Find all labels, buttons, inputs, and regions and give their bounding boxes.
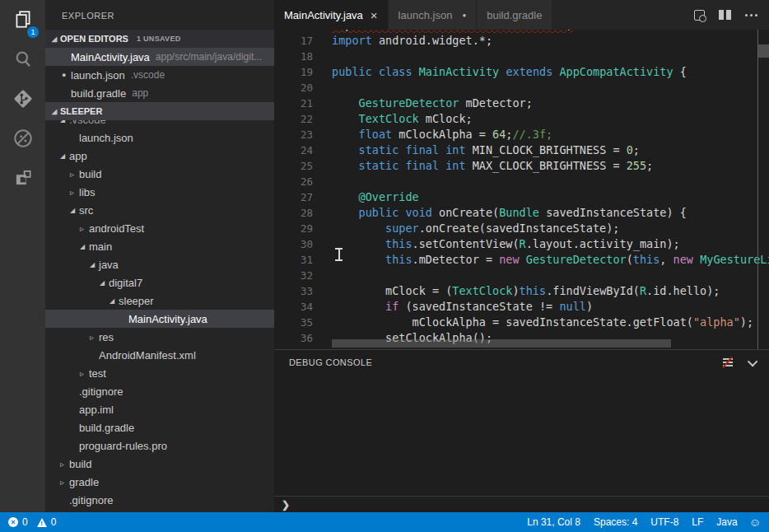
line-number: 26 [274,174,313,189]
code-line-19[interactable]: 19public class MainActivity extends AppC… [274,64,769,80]
code-line-28[interactable]: 28 public void onCreate(Bundle savedInst… [274,205,769,221]
tree-item-libs[interactable]: ▹libs [45,183,274,201]
code-text: TextClock mClock; [313,111,473,127]
code-line-27[interactable]: 27 @Override [274,189,769,205]
file-name: gradle [69,476,99,488]
status-eol[interactable]: LF [685,516,710,528]
code-text: if (savedInstanceState != null) [313,299,593,315]
status-language-mode[interactable]: Java [710,516,743,528]
split-editor-icon[interactable] [719,10,731,20]
warning-icon [37,518,47,527]
panel-header: DEBUG CONSOLE [274,350,769,375]
file-name: test [89,367,106,380]
code-line-26[interactable]: 26 [274,174,769,189]
code-line-33[interactable]: 33 mClock = (TextClock)this.findViewById… [274,283,769,299]
status-indentation[interactable]: Spaces: 4 [587,516,644,528]
activity-explorer-button[interactable]: 1 [0,0,45,40]
code-line-34[interactable]: 34 if (savedInstanceState != null) [274,299,769,315]
panel-title[interactable]: DEBUG CONSOLE [289,357,372,367]
code-line-18[interactable]: 18 [274,49,769,64]
tree-item-build.gradle[interactable]: build.gradle [45,418,274,436]
code-line-31[interactable]: 31 this.mDetector = new GestureDetector(… [274,252,769,268]
horizontal-scrollbar[interactable] [332,339,671,348]
tree-item-AndroidManifest.xml[interactable]: AndroidManifest.xml [45,346,274,364]
activity-debug-button[interactable] [0,119,45,158]
more-actions-icon[interactable] [745,14,748,16]
code-line-25[interactable]: 25 static final int MAX_CLOCK_BRIGHTNESS… [274,158,769,174]
activity-search-button[interactable] [0,40,45,79]
tab-build.gradle[interactable]: build.gradle [477,0,552,30]
tab-launch.json[interactable]: launch.json● [389,0,477,30]
tree-item-src[interactable]: ◢src [45,201,274,219]
line-number: 20 [274,80,313,96]
activity-extensions-button[interactable] [0,158,45,198]
tree-item-test[interactable]: ▹test [45,364,274,382]
problems-status[interactable]: × 0 0 [8,516,56,528]
chevron-collapsed-icon: ▹ [80,224,89,233]
tab-label: MainActivity.java [284,9,363,21]
open-editor-build.gradle[interactable]: build.gradleapp [45,84,274,102]
tree-item-.gitignore[interactable]: .gitignore [45,491,274,509]
tree-item-digital7[interactable]: ◢digital7 [45,273,274,292]
status-encoding[interactable]: UTF-8 [644,516,685,528]
tab-label: build.gradle [487,9,542,21]
line-number: 24 [274,142,313,158]
code-line-17[interactable]: 17import android.widget.*; [274,33,769,49]
tree-item-gradle[interactable]: ▹gradle [45,473,274,491]
tree-item-.gitignore[interactable]: .gitignore [45,382,274,400]
source-control-icon [12,87,35,110]
close-icon[interactable]: × [371,9,378,21]
tab-label: launch.json [398,9,453,21]
code-line-22[interactable]: 22 TextClock mClock; [274,111,769,127]
line-number: 17 [274,33,313,49]
code-line-21[interactable]: 21 GestureDetector mDetector; [274,96,769,111]
tree-item-proguard-rules.pro[interactable]: proguard-rules.pro [45,436,274,455]
code-line-32[interactable]: 32 [274,268,769,283]
open-preview-icon[interactable] [694,10,705,21]
feedback-smiley-icon[interactable]: ☺ [749,516,761,529]
tree-item-androidTest[interactable]: ▹androidTest [45,219,274,237]
tree-item-java[interactable]: ◢java [45,255,274,273]
clear-console-icon[interactable] [721,357,734,367]
open-editors-header[interactable]: ◢ OPEN EDITORS 1 UNSAVED [45,30,274,48]
code-line-30[interactable]: 30 this.setContentView(R.layout.activity… [274,236,769,252]
code-editor[interactable]: import android.view.GestureDetector; 17i… [274,30,769,349]
tree-item-main[interactable]: ◢main [45,237,274,255]
tree-item-MainActivity.java[interactable]: MainActivity.java [45,310,274,328]
debug-console-input[interactable]: ❯ [274,496,769,512]
activity-source-control-button[interactable] [0,79,45,119]
file-name: build.gradle [71,87,126,100]
tree-item-.vscode[interactable]: ◢.vscode [45,120,274,128]
open-editor-MainActivity.java[interactable]: MainActivity.javaapp/src/main/java/digit… [45,48,274,66]
file-name: build [79,168,101,180]
tree-item-launch.json[interactable]: launch.json [45,128,274,147]
tree-item-build[interactable]: ▹build [45,455,274,473]
code-text: import android.widget.*; [313,33,492,49]
line-number: 32 [274,268,313,283]
dirty-dot-icon[interactable]: ● [462,12,466,19]
open-editor-launch.json[interactable]: ●launch.json.vscode [45,66,274,84]
tab-MainActivity.java[interactable]: MainActivity.java× [274,0,388,30]
collapse-panel-icon[interactable] [748,356,758,366]
tab-strip: MainActivity.java×launch.json●build.grad… [274,0,683,30]
vertical-scrollbar[interactable] [758,44,769,58]
code-text [313,80,332,96]
tree-item-res[interactable]: ▹res [45,328,274,346]
tree-item-app.iml[interactable]: app.iml [45,400,274,418]
code-line-35[interactable]: 35 mClockAlpha = savedInstanceState.getF… [274,315,769,330]
code-line-29[interactable]: 29 super.onCreate(savedInstanceState); [274,221,769,236]
file-detail: .vscode [131,69,165,81]
project-section-label: SLEEPER [60,106,102,116]
code-line-24[interactable]: 24 static final int MIN_CLOCK_BRIGHTNESS… [274,142,769,158]
tree-item-sleeper[interactable]: ◢sleeper [45,292,274,310]
code-line-23[interactable]: 23 float mClockAlpha = 64;//.3f; [274,127,769,142]
tree-item-build[interactable]: ▹build [45,165,274,183]
file-name: .gitignore [69,494,113,506]
status-cursor-position[interactable]: Ln 31, Col 8 [520,516,587,528]
file-tree: ◢.vscodelaunch.json◢app▹build▹libs◢src▹a… [45,120,274,512]
project-section-header[interactable]: ◢ SLEEPER [45,102,274,120]
code-line-20[interactable]: 20 [274,80,769,96]
tree-item-app[interactable]: ◢app [45,147,274,165]
line-number: 28 [274,205,313,221]
chevron-expanded-icon: ◢ [110,297,119,305]
